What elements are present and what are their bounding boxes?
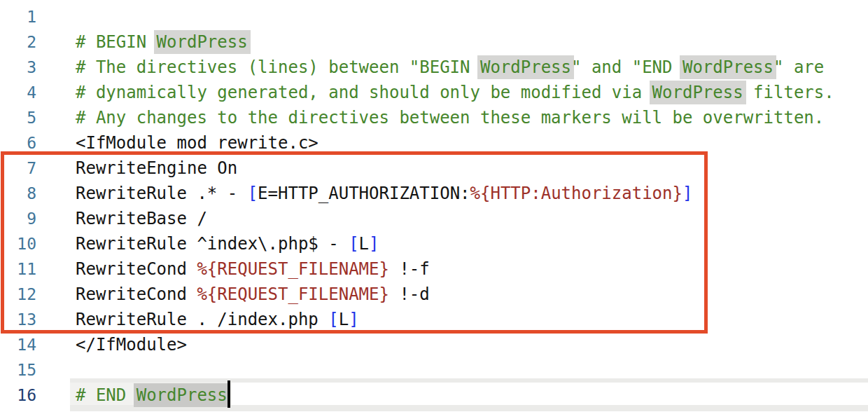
code-segment: # BEGIN — [76, 32, 157, 52]
line-number[interactable]: 4 — [0, 80, 36, 105]
code-segment: RewriteRule ^index\.php$ - — [76, 234, 349, 254]
code-segment: RewriteCond — [76, 284, 197, 304]
search-match: WordPress — [680, 55, 776, 79]
code-text: <IfModule mod_rewrite.c> — [76, 130, 318, 156]
line-number[interactable]: 2 — [0, 29, 36, 55]
code-segment: !-f — [389, 259, 430, 279]
code-line[interactable]: 13RewriteRule . /index.php [L] — [0, 307, 834, 332]
code-segment: " are — [774, 57, 824, 77]
code-segment: L — [339, 310, 349, 329]
code-line[interactable]: 6<IfModule mod_rewrite.c> — [0, 130, 834, 156]
code-text: RewriteRule .* - [E=HTTP_AUTHORIZATION:%… — [76, 181, 692, 206]
line-number[interactable]: 10 — [0, 231, 36, 256]
code-line[interactable]: 1 — [0, 4, 834, 29]
code-segment: # dynamically generated, and should only… — [76, 83, 652, 102]
line-number[interactable]: 14 — [0, 332, 36, 357]
code-text: # Any changes to the directives between … — [76, 105, 824, 130]
code-segment: # Any changes to the directives between … — [76, 108, 824, 128]
code-editor[interactable]: 12# BEGIN WordPress3# The directives (li… — [0, 0, 868, 419]
code-segment: ] — [682, 184, 692, 203]
code-line[interactable]: 4# dynamically generated, and should onl… — [0, 80, 834, 105]
line-number[interactable]: 3 — [0, 55, 36, 80]
text-cursor — [227, 380, 230, 408]
code-segment: [ — [349, 234, 358, 254]
code-segment: L — [359, 234, 369, 254]
code-text: # dynamically generated, and should only… — [76, 80, 834, 105]
code-line[interactable]: 10RewriteRule ^index\.php$ - [L] — [0, 231, 834, 256]
search-match: WordPress — [477, 55, 574, 79]
code-segment: # The directives (lines) between "BEGIN — [76, 57, 480, 77]
line-number[interactable]: 11 — [0, 256, 36, 282]
code-segment: </IfModule> — [76, 335, 187, 355]
code-text: RewriteRule ^index\.php$ - [L] — [76, 231, 379, 256]
code-segment: [ — [248, 184, 258, 203]
line-number[interactable]: 16 — [0, 383, 36, 408]
search-match: WordPress — [650, 81, 746, 104]
line-number[interactable]: 5 — [0, 105, 36, 130]
code-line[interactable]: 16# END WordPress — [0, 383, 834, 408]
line-number[interactable]: 13 — [0, 307, 36, 332]
code-text: </IfModule> — [76, 332, 187, 357]
line-number[interactable]: 8 — [0, 181, 36, 206]
code-line[interactable]: 7RewriteEngine On — [0, 156, 834, 181]
code-segment: ] — [369, 234, 379, 254]
code-segment: RewriteRule . /index.php — [76, 310, 328, 329]
code-line[interactable]: 9RewriteBase / — [0, 206, 834, 231]
code-line[interactable]: 12RewriteCond %{REQUEST_FILENAME} !-d — [0, 282, 834, 307]
search-match: WordPress — [134, 383, 230, 407]
code-segment: # END — [76, 385, 136, 405]
code-line[interactable]: 3# The directives (lines) between "BEGIN… — [0, 55, 834, 80]
code-segment: E=HTTP_AUTHORIZATION: — [258, 184, 470, 203]
line-number[interactable]: 7 — [0, 156, 36, 181]
code-segment: " and "END — [571, 57, 682, 77]
code-segment: %{REQUEST_FILENAME} — [197, 284, 389, 304]
code-segment: <IfModule mod_rewrite.c> — [76, 133, 318, 153]
code-segment: ] — [349, 310, 358, 329]
line-number[interactable]: 1 — [0, 4, 36, 29]
code-segment: [ — [328, 310, 338, 329]
code-text: # BEGIN WordPress — [76, 29, 248, 55]
code-segment: %{HTTP:Authorization} — [470, 184, 682, 203]
line-number[interactable]: 12 — [0, 282, 36, 307]
line-number[interactable]: 6 — [0, 130, 36, 156]
code-segment: RewriteBase / — [76, 209, 207, 228]
code-line[interactable]: 15 — [0, 357, 834, 383]
code-segment: RewriteRule .* - — [76, 184, 248, 203]
code-line[interactable]: 11RewriteCond %{REQUEST_FILENAME} !-f — [0, 256, 834, 282]
code-text: RewriteRule . /index.php [L] — [76, 307, 359, 332]
code-segment: !-d — [389, 284, 430, 304]
search-match: WordPress — [154, 30, 251, 54]
code-text: # The directives (lines) between "BEGIN … — [76, 55, 824, 80]
code-line[interactable]: 14</IfModule> — [0, 332, 834, 357]
code-segment: %{REQUEST_FILENAME} — [197, 259, 389, 279]
code-line[interactable]: 8RewriteRule .* - [E=HTTP_AUTHORIZATION:… — [0, 181, 834, 206]
line-number[interactable]: 15 — [0, 357, 36, 383]
code-segment: filters. — [743, 83, 834, 102]
code-rows[interactable]: 12# BEGIN WordPress3# The directives (li… — [0, 4, 834, 408]
code-text: RewriteCond %{REQUEST_FILENAME} !-f — [76, 256, 430, 282]
code-text: RewriteBase / — [76, 206, 207, 231]
code-segment: RewriteEngine On — [76, 158, 237, 178]
code-text: RewriteEngine On — [76, 156, 237, 181]
code-line[interactable]: 2# BEGIN WordPress — [0, 29, 834, 55]
line-number[interactable]: 9 — [0, 206, 36, 231]
code-segment: RewriteCond — [76, 259, 197, 279]
code-line[interactable]: 5# Any changes to the directives between… — [0, 105, 834, 130]
code-text: # END WordPress — [76, 383, 227, 408]
code-text: RewriteCond %{REQUEST_FILENAME} !-d — [76, 282, 430, 307]
